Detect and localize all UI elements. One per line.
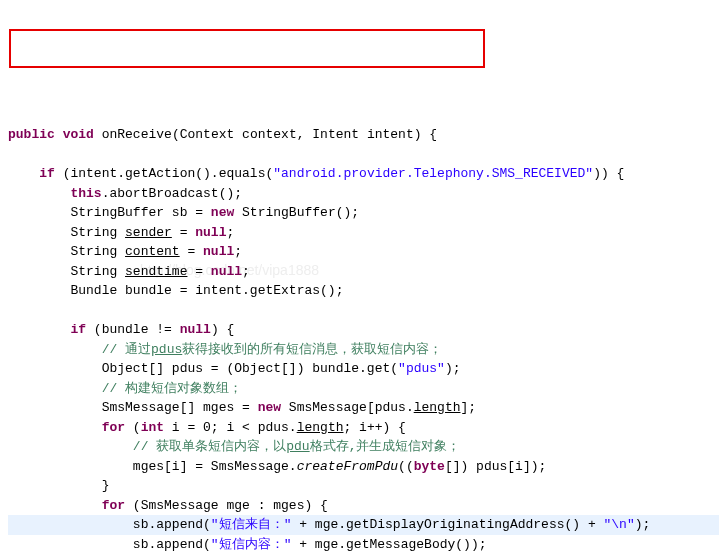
line-16: mges[i] = SmsMessage.createFromPdu((byte…	[133, 459, 547, 474]
line-20: sb.append("短信内容：" + mge.getMessageBody()…	[133, 537, 487, 552]
line-2: if (intent.getAction().equals("android.p…	[39, 166, 624, 181]
line-5: String sender = null;	[70, 225, 234, 240]
line-1: public void onReceive(Context context, I…	[8, 127, 437, 142]
line-8: Bundle bundle = intent.getExtras();	[70, 283, 343, 298]
line-13: SmsMessage[] mges = new SmsMessage[pdus.…	[102, 400, 476, 415]
line-11: Object[] pdus = (Object[]) bundle.get("p…	[102, 361, 461, 376]
line-18: for (SmsMessage mge : mges) {	[102, 498, 328, 513]
line-14: for (int i = 0; i < pdus.length; i++) {	[102, 420, 406, 435]
line-19-highlighted: sb.append("短信来自：" + mge.getDisplayOrigin…	[8, 515, 719, 535]
line-12-comment: // 构建短信对象数组；	[102, 381, 242, 396]
line-7: String sendtime = null;	[70, 264, 249, 279]
red-highlight-box	[9, 29, 485, 68]
line-15-comment: // 获取单条短信内容，以pdu格式存,并生成短信对象；	[133, 439, 461, 454]
line-4: StringBuffer sb = new StringBuffer();	[70, 205, 359, 220]
line-6: String content = null;	[70, 244, 242, 259]
code-editor: public void onReceive(Context context, I…	[8, 125, 719, 552]
line-3-abort: this.abortBroadcast();	[70, 186, 242, 201]
line-9: if (bundle != null) {	[70, 322, 234, 337]
line-17: }	[102, 478, 110, 493]
line-10-comment: // 通过pdus获得接收到的所有短信消息，获取短信内容；	[102, 342, 443, 357]
